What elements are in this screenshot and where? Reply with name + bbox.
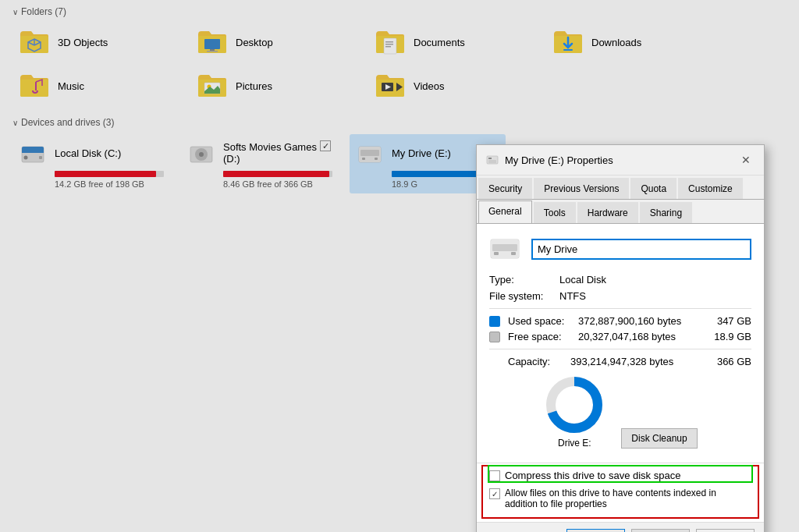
index-checkbox[interactable] [489,488,500,499]
used-space-bytes: 372,887,900,160 bytes [578,315,708,327]
tab-tools[interactable]: Tools [534,202,576,223]
svg-rect-42 [494,252,499,255]
free-space-dot [489,332,500,342]
dialog-overlay: My Drive (E:) Properties ✕ Security Prev… [0,0,799,532]
divider-1 [489,308,751,309]
drive-letter-label: Drive E: [558,438,591,449]
drive-name-input[interactable] [531,239,751,260]
free-space-row: Free space: 20,327,047,168 bytes 18.9 GB [489,331,751,342]
capacity-row: Capacity: 393,214,947,328 bytes 366 GB [489,356,751,367]
svg-rect-39 [488,158,492,159]
drive-name-row [489,235,751,263]
svg-rect-44 [492,244,517,251]
divider-2 [489,349,751,349]
dialog-body-drive-icon [489,235,520,263]
filesystem-row: File system: NTFS [489,290,751,302]
tab-security[interactable]: Security [478,178,532,199]
index-label: Allow files on this drive to have conten… [505,488,751,509]
dialog-footer: OK Cancel Apply [477,522,764,532]
svg-rect-38 [488,160,496,163]
tab-hardware[interactable]: Hardware [577,202,638,223]
free-space-label: Free space: [508,331,578,342]
properties-dialog: My Drive (E:) Properties ✕ Security Prev… [476,144,765,532]
svg-rect-43 [511,252,516,255]
tab-quota[interactable]: Quota [630,178,676,199]
tab-general[interactable]: General [478,200,532,223]
dialog-body: Type: Local Disk File system: NTFS Used … [477,224,764,463]
used-space-size: 347 GB [708,315,751,327]
dialog-drive-icon [486,154,499,166]
tab-previous-versions[interactable]: Previous Versions [534,178,629,199]
dialog-title-left: My Drive (E:) Properties [486,154,613,166]
compress-checkbox[interactable] [489,470,500,481]
dialog-close-button[interactable]: ✕ [737,151,755,168]
used-space-row: Used space: 372,887,900,160 bytes 347 GB [489,315,751,327]
disk-cleanup-button[interactable]: Disk Cleanup [621,428,697,449]
used-space-dot [489,316,500,327]
free-space-size: 18.9 GB [708,331,751,342]
cancel-button[interactable]: Cancel [631,529,690,532]
options-section: Compress this drive to save disk space A… [477,463,764,522]
compress-label: Compress this drive to save disk space [505,470,680,481]
type-value: Local Disk [559,274,606,286]
apply-button[interactable]: Apply [696,529,755,532]
free-space-bytes: 20,327,047,168 bytes [578,331,708,342]
type-label: Type: [489,274,559,286]
dialog-titlebar: My Drive (E:) Properties ✕ [477,145,764,176]
dialog-tabs: Security Previous Versions Quota Customi… [477,176,764,200]
donut-row: Drive E: Disk Cleanup [489,371,751,455]
dialog-tabs-2: General Tools Hardware Sharing [477,200,764,224]
capacity-bytes: 393,214,947,328 bytes [570,356,708,367]
used-space-label: Used space: [508,315,578,327]
type-row: Type: Local Disk [489,274,751,286]
dialog-title-text: My Drive (E:) Properties [505,154,613,166]
compress-row: Compress this drive to save disk space [489,463,751,484]
capacity-size: 366 GB [708,356,751,367]
donut-chart [543,374,605,436]
filesystem-label: File system: [489,290,559,302]
tab-customize[interactable]: Customize [678,178,743,199]
ok-button[interactable]: OK [566,529,625,532]
filesystem-value: NTFS [559,290,586,302]
tab-sharing[interactable]: Sharing [640,202,692,223]
index-row: Allow files on this drive to have conten… [489,484,751,514]
capacity-label: Capacity: [508,356,570,367]
